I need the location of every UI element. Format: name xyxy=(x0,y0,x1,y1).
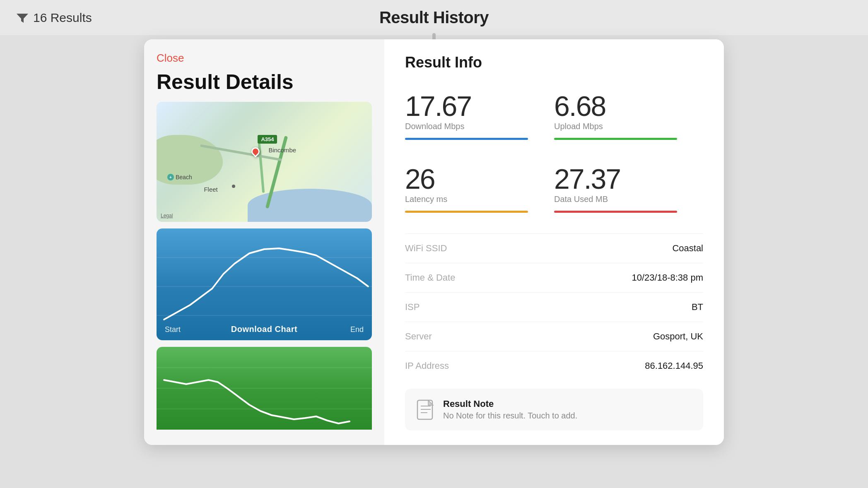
info-rows: WiFi SSID Coastal Time & Date 10/23/18-8… xyxy=(405,233,703,380)
note-content: Result Note No Note for this result. Tou… xyxy=(443,399,577,421)
info-value-date: 10/23/18-8:38 pm xyxy=(632,272,703,283)
note-document-icon xyxy=(417,399,435,420)
stat-upload-value: 6.68 xyxy=(554,92,691,120)
map-beach-icon: + xyxy=(167,174,174,180)
upload-chart-container xyxy=(157,347,372,430)
map-background: A354 Bincombe Fleet + Beach Legal xyxy=(157,102,372,222)
info-label-date: Time & Date xyxy=(405,272,455,283)
modal-container: Close Result Details A354 Binco xyxy=(144,39,724,445)
filter-icon xyxy=(17,12,28,24)
info-label-isp: ISP xyxy=(405,302,420,313)
upload-chart-svg xyxy=(157,347,372,430)
stat-download-bar xyxy=(405,138,528,140)
top-bar: 16 Results Result History xyxy=(0,0,868,35)
download-chart-container: Start Download Chart End xyxy=(157,228,372,340)
info-value-ip: 86.162.144.95 xyxy=(645,361,703,371)
download-chart-svg xyxy=(157,228,372,340)
info-row-wifi: WiFi SSID Coastal xyxy=(405,233,703,263)
info-row-date: Time & Date 10/23/18-8:38 pm xyxy=(405,263,703,292)
stats-grid: 17.67 Download Mbps 6.68 Upload Mbps 26 … xyxy=(405,84,703,229)
close-button[interactable]: Close xyxy=(157,52,184,65)
result-info-title: Result Info xyxy=(405,54,703,71)
map-label-fleet: Fleet xyxy=(204,186,217,193)
info-row-server: Server Gosport, UK xyxy=(405,322,703,351)
page-title: Result History xyxy=(379,8,489,27)
right-panel: Result Info 17.67 Download Mbps 6.68 Upl… xyxy=(384,39,724,445)
note-text: No Note for this result. Touch to add. xyxy=(443,411,577,421)
info-value-isp: BT xyxy=(692,302,703,313)
stat-download-label: Download Mbps xyxy=(405,122,542,131)
stat-latency-label: Latency ms xyxy=(405,195,542,204)
info-value-wifi: Coastal xyxy=(672,243,703,254)
result-note[interactable]: Result Note No Note for this result. Tou… xyxy=(405,389,703,430)
info-row-ip: IP Address 86.162.144.95 xyxy=(405,351,703,380)
stat-upload: 6.68 Upload Mbps xyxy=(554,84,703,156)
stat-latency: 26 Latency ms xyxy=(405,156,554,229)
map-beach-text: Beach xyxy=(176,174,192,180)
map-label-beach: + Beach xyxy=(167,174,192,180)
map-road-sign: A354 xyxy=(258,135,277,144)
left-panel: Close Result Details A354 Binco xyxy=(144,39,384,445)
svg-marker-0 xyxy=(17,14,28,23)
map-container: A354 Bincombe Fleet + Beach Legal xyxy=(157,102,372,222)
info-row-isp: ISP BT xyxy=(405,292,703,322)
map-legal-link[interactable]: Legal xyxy=(161,213,173,219)
map-label-bincombe: Bincombe xyxy=(268,147,296,154)
note-title: Result Note xyxy=(443,399,577,409)
filter-area: 16 Results xyxy=(17,11,92,25)
info-label-server: Server xyxy=(405,331,432,342)
chart-start-label: Start xyxy=(165,325,181,334)
chart-end-label: End xyxy=(350,325,364,334)
info-label-wifi: WiFi SSID xyxy=(405,243,447,254)
chart-title-label: Download Chart xyxy=(231,325,297,334)
results-count: 16 Results xyxy=(33,11,92,25)
stat-download-value: 17.67 xyxy=(405,92,542,120)
stat-latency-bar xyxy=(405,211,528,213)
info-value-server: Gosport, UK xyxy=(653,331,703,342)
stat-data-used-value: 27.37 xyxy=(554,165,691,193)
stat-data-used-label: Data Used MB xyxy=(554,195,691,204)
stat-latency-value: 26 xyxy=(405,165,542,193)
stat-data-used-bar xyxy=(554,211,677,213)
stat-data-used: 27.37 Data Used MB xyxy=(554,156,703,229)
info-label-ip: IP Address xyxy=(405,361,449,371)
result-details-title: Result Details xyxy=(157,71,372,94)
stat-upload-label: Upload Mbps xyxy=(554,122,691,131)
stat-upload-bar xyxy=(554,138,677,140)
map-dot-fleet xyxy=(232,185,235,188)
map-pin xyxy=(251,147,260,159)
stat-download: 17.67 Download Mbps xyxy=(405,84,554,156)
map-pin-circle xyxy=(250,146,261,157)
